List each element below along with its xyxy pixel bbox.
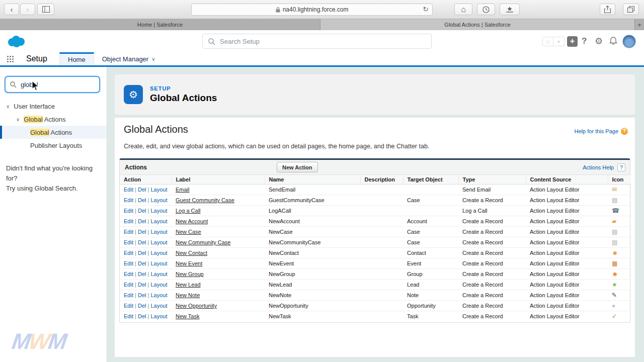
- layout-link[interactable]: Layout: [150, 292, 167, 298]
- tree-label: User Interface: [14, 103, 55, 110]
- edit-link[interactable]: Edit: [124, 260, 133, 266]
- del-link[interactable]: Del: [138, 292, 146, 298]
- action-label-link[interactable]: New Community Case: [176, 239, 230, 245]
- layout-link[interactable]: Layout: [150, 260, 167, 266]
- back-button[interactable]: ‹: [4, 4, 19, 15]
- del-link[interactable]: Del: [138, 260, 146, 266]
- action-label-link[interactable]: New Event: [176, 260, 202, 266]
- new-action-button[interactable]: New Action: [277, 162, 318, 172]
- action-label-link[interactable]: New Account: [176, 218, 208, 224]
- separator: |: [133, 250, 138, 256]
- table-row: Edit | Del | LayoutNew CaseNewCaseCaseCr…: [120, 227, 631, 237]
- action-label-link[interactable]: New Case: [176, 229, 201, 235]
- layout-link[interactable]: Layout: [150, 197, 167, 203]
- sidebar-toggle-button[interactable]: [37, 4, 54, 15]
- del-link[interactable]: Del: [138, 187, 146, 193]
- layout-link[interactable]: Layout: [150, 250, 167, 256]
- edit-link[interactable]: Edit: [124, 229, 133, 235]
- actions-help-link[interactable]: Actions Help: [583, 164, 614, 170]
- edit-link[interactable]: Edit: [124, 313, 133, 319]
- action-label-link[interactable]: New Opportunity: [176, 303, 217, 309]
- app-launcher-icon[interactable]: [7, 56, 14, 62]
- layout-link[interactable]: Layout: [150, 187, 167, 193]
- edit-link[interactable]: Edit: [124, 197, 133, 203]
- tab-home[interactable]: Home: [59, 52, 94, 65]
- del-link[interactable]: Del: [138, 218, 146, 224]
- favorites-dropdown-button[interactable]: ▾: [553, 37, 565, 46]
- layout-link[interactable]: Layout: [150, 229, 167, 235]
- tab-overview-button[interactable]: [623, 4, 639, 15]
- home-button[interactable]: ⌂: [454, 4, 472, 15]
- del-link[interactable]: Del: [138, 282, 146, 288]
- layout-link[interactable]: Layout: [150, 313, 167, 319]
- global-create-button[interactable]: +: [567, 36, 578, 47]
- action-label-link[interactable]: New Group: [176, 271, 204, 277]
- action-label-link[interactable]: Log a Call: [176, 208, 201, 214]
- action-name: GuestCommunityCase: [265, 195, 360, 206]
- action-label-link[interactable]: New Note: [176, 292, 200, 298]
- edit-link[interactable]: Edit: [124, 271, 133, 277]
- setup-search-input[interactable]: [220, 35, 421, 48]
- refresh-icon[interactable]: ↻: [423, 5, 429, 13]
- reading-list-button[interactable]: [500, 4, 520, 15]
- action-label-link[interactable]: New Lead: [176, 282, 201, 288]
- del-link[interactable]: Del: [138, 197, 146, 203]
- history-button[interactable]: [477, 4, 495, 15]
- edit-link[interactable]: Edit: [124, 208, 133, 214]
- url-text: na40.lightning.force.com: [283, 6, 349, 13]
- layout-link[interactable]: Layout: [150, 303, 167, 309]
- action-label-link[interactable]: New Task: [176, 313, 199, 319]
- quick-find-input[interactable]: [21, 78, 91, 91]
- action-label-link[interactable]: Email: [176, 187, 190, 193]
- del-link[interactable]: Del: [138, 229, 146, 235]
- del-link[interactable]: Del: [138, 239, 146, 245]
- layout-link[interactable]: Layout: [150, 282, 167, 288]
- del-link[interactable]: Del: [138, 250, 146, 256]
- del-link[interactable]: Del: [138, 208, 146, 214]
- del-link[interactable]: Del: [138, 303, 146, 309]
- tab-object-manager[interactable]: Object Manager ∨: [94, 52, 164, 65]
- del-link[interactable]: Del: [138, 271, 146, 277]
- case-icon: ▤: [612, 197, 617, 204]
- setup-search-box[interactable]: [202, 34, 432, 49]
- watermark-letter: M: [47, 329, 67, 353]
- action-target-object: Group: [403, 269, 458, 280]
- help-for-this-page-link[interactable]: Help for this Page: [575, 128, 618, 134]
- edit-link[interactable]: Edit: [124, 303, 133, 309]
- layout-link[interactable]: Layout: [150, 208, 167, 214]
- layout-link[interactable]: Layout: [150, 271, 167, 277]
- help-question-icon[interactable]: ?: [621, 128, 628, 135]
- edit-link[interactable]: Edit: [124, 187, 133, 193]
- action-name: NewEvent: [265, 258, 360, 269]
- browser-tab-global-actions[interactable]: Global Actions | Salesforce: [320, 19, 635, 30]
- notification-bell-button[interactable]: [609, 37, 617, 45]
- action-label-link[interactable]: New Contact: [176, 250, 207, 256]
- setup-gear-button[interactable]: ⚙: [595, 36, 603, 47]
- edit-link[interactable]: Edit: [124, 282, 133, 288]
- browser-tab-home[interactable]: Home | Salesforce: [0, 19, 320, 30]
- forward-button[interactable]: ›: [20, 4, 35, 15]
- favorite-star-button[interactable]: ☆: [542, 37, 553, 46]
- actions-help-question-icon[interactable]: ?: [617, 163, 625, 171]
- user-avatar[interactable]: [622, 35, 636, 48]
- tree-item-global-actions-parent[interactable]: ∨ Global Actions: [0, 113, 107, 126]
- address-bar[interactable]: na40.lightning.force.com ↻: [191, 4, 433, 16]
- tree-item-user-interface[interactable]: ∨ User Interface: [0, 100, 107, 113]
- tree-label: Global Actions: [24, 116, 65, 123]
- edit-link[interactable]: Edit: [124, 250, 133, 256]
- help-button[interactable]: ?: [582, 36, 587, 46]
- edit-link[interactable]: Edit: [124, 239, 133, 245]
- tree-item-publisher-layouts[interactable]: Publisher Layouts: [0, 139, 107, 152]
- layout-link[interactable]: Layout: [150, 218, 167, 224]
- edit-link[interactable]: Edit: [124, 218, 133, 224]
- action-label-link[interactable]: Guest Community Case: [176, 197, 234, 203]
- edit-link[interactable]: Edit: [124, 292, 133, 298]
- new-tab-button[interactable]: +: [635, 19, 644, 30]
- action-type: Create a Record: [458, 248, 526, 258]
- del-link[interactable]: Del: [138, 313, 146, 319]
- quick-find-box[interactable]: [5, 76, 100, 93]
- action-description: [360, 311, 403, 322]
- tree-item-global-actions[interactable]: Global Actions: [0, 126, 107, 139]
- layout-link[interactable]: Layout: [150, 239, 167, 245]
- share-button[interactable]: [600, 4, 615, 15]
